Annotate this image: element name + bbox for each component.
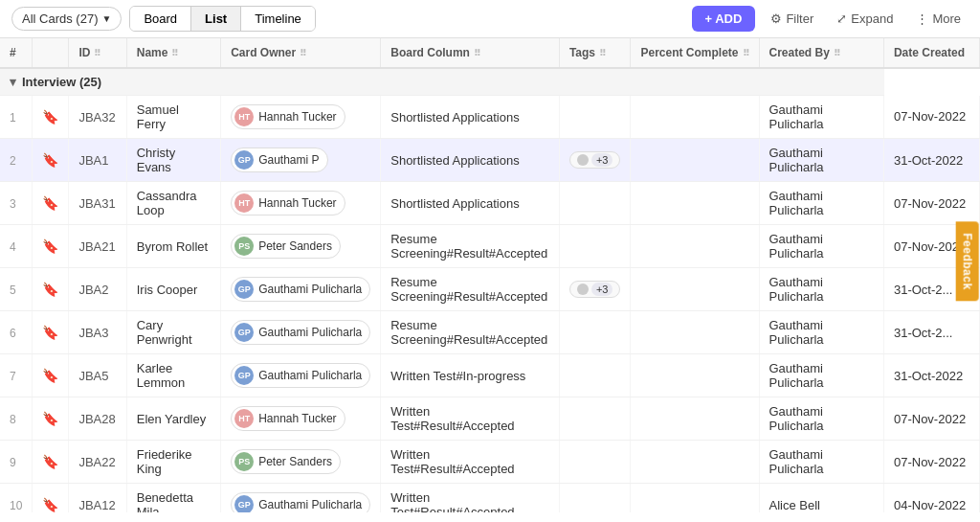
table-body: ▾Interview (25) 1 🔖 JBA32 Samuel Ferry H… (0, 68, 980, 512)
card-owner-chip[interactable]: GP Gauthami P (231, 148, 327, 172)
cell-date-created: 07-Nov-2022 (883, 182, 979, 225)
id-value: JBA5 (78, 369, 108, 383)
cell-name[interactable]: Samuel Ferry (126, 96, 220, 139)
more-button[interactable]: ⋮ More (908, 7, 969, 31)
created-by-value: Gauthami Pulicharla (769, 404, 824, 433)
col-name-handle: ⠿ (171, 48, 178, 58)
card-owner-chip[interactable]: HT Hannah Tucker (231, 191, 345, 216)
cell-name[interactable]: Byrom Rollet (126, 225, 220, 268)
tab-timeline[interactable]: Timeline (241, 7, 315, 31)
card-icon: 🔖 (42, 152, 58, 168)
name-value: Elen Yardley (137, 412, 207, 426)
col-icon (33, 38, 69, 68)
col-card-owner[interactable]: Card Owner⠿ (221, 38, 381, 68)
board-column-value: Written Test#Result#Accepted (390, 447, 514, 476)
cell-card-owner[interactable]: GP Gauthami Pulicharla (221, 484, 381, 513)
card-owner-name: Gauthami Pulicharla (258, 326, 362, 339)
cell-num: 8 (0, 397, 33, 441)
name-value: Friederike King (137, 447, 192, 476)
card-owner-chip[interactable]: HT Hannah Tucker (231, 406, 345, 431)
cell-num: 4 (0, 225, 33, 268)
cell-card-owner[interactable]: HT Hannah Tucker (221, 182, 381, 225)
card-owner-name: Hannah Tucker (258, 196, 336, 210)
cell-card-owner[interactable]: GP Gauthami Pulicharla (221, 354, 381, 397)
col-name[interactable]: Name⠿ (126, 38, 220, 68)
cell-name[interactable]: Cary Penwright (126, 311, 220, 354)
cell-id: JBA22 (69, 441, 126, 484)
col-board-column[interactable]: Board Column⠿ (381, 38, 560, 68)
table-row: 5 🔖 JBA2 Iris Cooper GP Gauthami Pulicha… (0, 268, 980, 311)
cell-name[interactable]: Iris Cooper (126, 268, 220, 311)
card-owner-name: Gauthami Pulicharla (258, 369, 362, 382)
table-row: 8 🔖 JBA28 Elen Yardley HT Hannah Tucker … (0, 397, 980, 441)
table-row: 10 🔖 JBA12 Benedetta Mila GP Gauthami Pu… (0, 484, 980, 513)
table-row: 4 🔖 JBA21 Byrom Rollet PS Peter Sanders … (0, 225, 980, 268)
group-row[interactable]: ▾Interview (25) (0, 68, 980, 96)
tag-count: +3 (591, 283, 613, 296)
cell-date-created: 31-Oct-2022 (883, 354, 979, 397)
all-cards-filter[interactable]: All Cards (27) ▼ (11, 7, 122, 31)
group-toggle[interactable]: ▾ (10, 75, 16, 89)
cell-percent (631, 311, 759, 354)
cell-percent (631, 397, 759, 441)
col-date-created[interactable]: Date Created (883, 38, 979, 68)
table-row: 6 🔖 JBA3 Cary Penwright GP Gauthami Puli… (0, 311, 980, 354)
name-value: Byrom Rollet (137, 239, 208, 254)
card-owner-name: Gauthami Pulicharla (258, 283, 362, 296)
card-owner-chip[interactable]: HT Hannah Tucker (231, 104, 345, 129)
filter-button[interactable]: ⚙ Filter (763, 7, 821, 31)
cell-card-owner[interactable]: HT Hannah Tucker (221, 397, 381, 441)
cell-name[interactable]: Cassandra Loop (126, 182, 220, 225)
avatar: HT (234, 409, 254, 428)
filter-label: All Cards (27) (22, 11, 98, 26)
name-value: Iris Cooper (137, 283, 198, 297)
col-id[interactable]: ID⠿ (69, 38, 126, 68)
date-created-value: 07-Nov-2022 (894, 109, 966, 124)
card-owner-chip[interactable]: PS Peter Sanders (231, 449, 341, 474)
col-tags[interactable]: Tags⠿ (559, 38, 631, 68)
cell-name[interactable]: Elen Yardley (126, 397, 220, 441)
cell-name[interactable]: Christy Evans (126, 139, 220, 182)
table-row: 2 🔖 JBA1 Christy Evans GP Gauthami P Sho… (0, 139, 980, 182)
cell-card-owner[interactable]: HT Hannah Tucker (221, 96, 381, 139)
id-value: JBA28 (78, 412, 115, 426)
cards-table: # ID⠿ Name⠿ Card Owner⠿ Board Column⠿ Ta… (0, 38, 980, 512)
tab-list[interactable]: List (191, 7, 241, 31)
col-created-by[interactable]: Created By⠿ (759, 38, 883, 68)
add-button[interactable]: + ADD (692, 6, 756, 32)
card-owner-chip[interactable]: GP Gauthami Pulicharla (231, 277, 370, 302)
created-by-value: Gauthami Pulicharla (769, 189, 824, 217)
cell-id: JBA12 (69, 484, 126, 513)
card-owner-chip[interactable]: GP Gauthami Pulicharla (231, 492, 370, 512)
card-icon: 🔖 (42, 411, 58, 426)
cell-id: JBA3 (69, 311, 126, 354)
cell-name[interactable]: Friederike King (126, 441, 220, 484)
cell-card-owner[interactable]: GP Gauthami Pulicharla (221, 311, 381, 354)
cell-name[interactable]: Benedetta Mila (126, 484, 220, 513)
cell-card-owner[interactable]: GP Gauthami Pulicharla (221, 268, 381, 311)
cell-card-owner[interactable]: PS Peter Sanders (221, 441, 381, 484)
cell-card-owner[interactable]: PS Peter Sanders (221, 225, 381, 268)
card-owner-chip[interactable]: GP Gauthami Pulicharla (231, 320, 370, 345)
card-owner-chip[interactable]: PS Peter Sanders (231, 234, 341, 259)
cell-date-created: 31-Oct-2... (883, 311, 979, 354)
date-created-value: 07-Nov-2022 (894, 196, 966, 211)
table-header-row: # ID⠿ Name⠿ Card Owner⠿ Board Column⠿ Ta… (0, 38, 980, 68)
tab-board[interactable]: Board (130, 7, 191, 31)
card-owner-chip[interactable]: GP Gauthami Pulicharla (231, 363, 370, 388)
board-column-value: Shortlisted Applications (390, 110, 519, 125)
col-percent-complete[interactable]: Percent Complete⠿ (631, 38, 759, 68)
cell-created-by: Gauthami Pulicharla (759, 139, 883, 182)
expand-button[interactable]: ⤢ Expand (829, 7, 901, 31)
name-value: Christy Evans (137, 146, 175, 174)
avatar: GP (234, 366, 254, 385)
cell-card-owner[interactable]: GP Gauthami P (221, 139, 381, 182)
tag-badge: +3 (569, 281, 621, 298)
id-value: JBA32 (78, 110, 115, 125)
cell-num: 1 (0, 96, 33, 139)
cell-name[interactable]: Karlee Lemmon (126, 354, 220, 397)
cell-icon: 🔖 (33, 268, 69, 311)
cell-board-column: Written Test#Result#Accepted (381, 484, 560, 513)
created-by-value: Gauthami Pulicharla (769, 318, 824, 347)
feedback-tab[interactable]: Feedback (955, 221, 978, 301)
